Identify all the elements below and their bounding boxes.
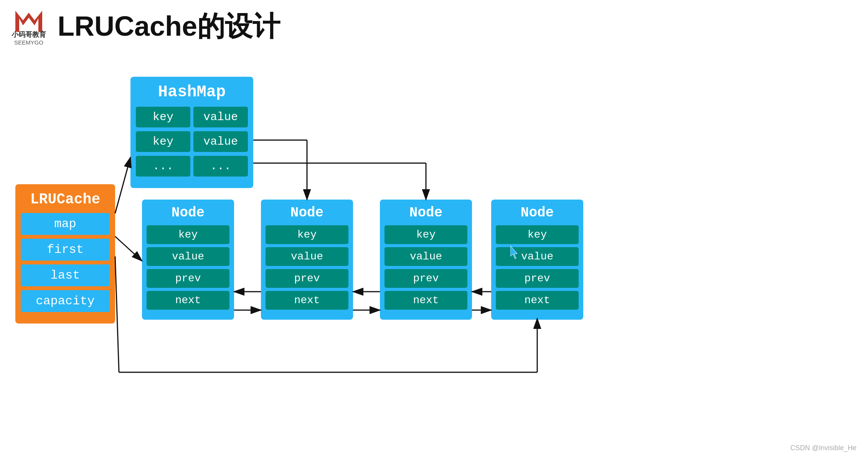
lrucache-title: LRUCache [21, 191, 110, 208]
node3-next: next [384, 291, 467, 310]
watermark: CSDN @Invisible_He [790, 444, 856, 452]
node-box-3: Node key value prev next [380, 200, 472, 320]
node-title-1: Node [147, 205, 229, 221]
lru-field-first: first [21, 239, 110, 261]
hashmap-dots-2: ... [193, 156, 248, 177]
node3-value: value [384, 247, 467, 266]
hashmap-row-3: ... ... [136, 156, 248, 177]
node3-prev: prev [384, 269, 467, 288]
lru-field-capacity: capacity [21, 290, 110, 312]
node1-next: next [147, 291, 229, 310]
node2-key: key [266, 225, 348, 244]
node-box-4: Node key value prev next [491, 200, 583, 320]
node4-value: value [496, 247, 579, 266]
hashmap-row-1: key value [136, 107, 248, 127]
diagram: LRUCache map first last capacity HashMap… [0, 38, 868, 459]
node1-value: value [147, 247, 229, 266]
node4-prev: prev [496, 269, 579, 288]
node1-prev: prev [147, 269, 229, 288]
hashmap-dots-1: ... [136, 156, 190, 177]
node2-value: value [266, 247, 348, 266]
node2-next: next [266, 291, 348, 310]
lru-field-last: last [21, 264, 110, 286]
arrow-first-node1 [115, 236, 142, 261]
hashmap-box: HashMap key value key value ... ... [130, 77, 253, 188]
node4-next: next [496, 291, 579, 310]
lrucache-box: LRUCache map first last capacity [15, 184, 115, 324]
hashmap-key-1: key [136, 107, 190, 127]
arrow-last-part1 [115, 256, 119, 372]
node1-key: key [147, 225, 229, 244]
node-title-3: Node [384, 205, 467, 221]
node-box-2: Node key value prev next [261, 200, 353, 320]
node4-key: key [496, 225, 579, 244]
hashmap-title: HashMap [136, 83, 248, 101]
node-title-4: Node [496, 205, 579, 221]
logo-text: 小码哥教育 [12, 30, 46, 39]
hashmap-key-2: key [136, 131, 190, 152]
node3-key: key [384, 225, 467, 244]
arrow-map-hashmap [115, 157, 130, 213]
node-title-2: Node [266, 205, 348, 221]
lru-field-map: map [21, 213, 110, 235]
svg-marker-0 [15, 11, 42, 32]
hashmap-value-1: value [193, 107, 248, 127]
hashmap-value-2: value [193, 131, 248, 152]
node2-prev: prev [266, 269, 348, 288]
node-box-1: Node key value prev next [142, 200, 234, 320]
hashmap-row-2: key value [136, 131, 248, 152]
